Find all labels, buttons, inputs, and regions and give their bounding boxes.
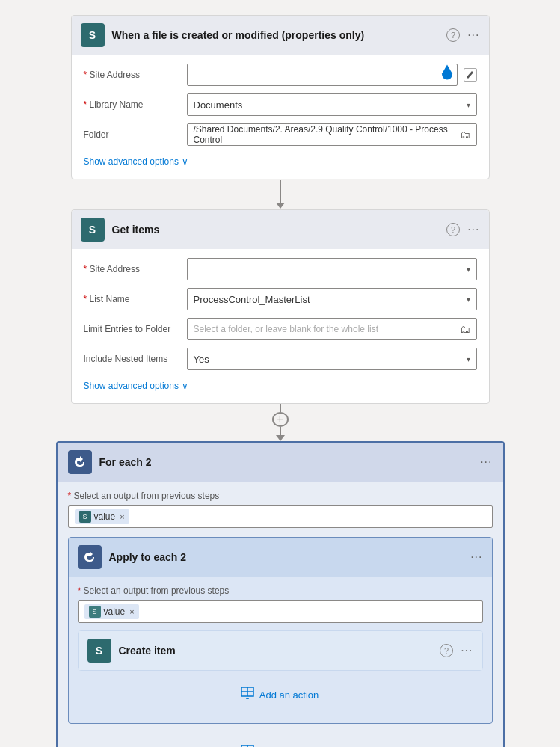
trigger-show-advanced[interactable]: Show advanced options ∨ — [84, 153, 477, 170]
trigger-more-icon[interactable]: ··· — [467, 28, 479, 42]
trigger-folder-row: Folder /Shared Documents/2. Areas/2.9 Qu… — [84, 123, 477, 146]
apply-each2-header: Apply to each 2 ··· — [69, 538, 492, 577]
connector-1-arrow — [276, 203, 285, 209]
foreach2-header: For each 2 ··· — [58, 443, 503, 482]
droplet-icon — [439, 64, 455, 84]
get-items-icon: S — [81, 218, 105, 242]
trigger-actions: ? ··· — [446, 28, 479, 42]
foreach2-more-icon[interactable]: ··· — [480, 455, 492, 469]
create-item-more-icon[interactable]: ··· — [461, 644, 473, 657]
create-item-header: S Create item ? ··· — [79, 631, 482, 670]
trigger-library-input[interactable]: Documents ▾ — [187, 93, 477, 116]
add-action-outer-button[interactable]: Add an action — [230, 739, 331, 747]
apply-each2-card: Apply to each 2 ··· Select an output fro… — [68, 537, 493, 724]
apply-each2-value-chip: S value × — [84, 604, 139, 619]
foreach2-actions: ··· — [480, 455, 492, 469]
add-action-inner-table-icon — [241, 687, 255, 699]
create-item-card: S Create item ? ··· — [78, 630, 483, 671]
trigger-help-icon[interactable]: ? — [446, 28, 460, 42]
connector-1-line — [280, 180, 281, 203]
apply-each2-actions: ··· — [470, 550, 482, 564]
apply-each2-title: Apply to each 2 — [109, 551, 464, 563]
get-items-list-dropdown-icon: ▾ — [467, 295, 470, 304]
create-item-help-icon[interactable]: ? — [440, 644, 453, 657]
get-items-site-row: Site Address ▾ — [84, 258, 477, 280]
trigger-site-address-label: Site Address — [84, 70, 181, 80]
connector-2-line-bottom — [280, 427, 281, 435]
edit-icon — [466, 70, 475, 79]
flow-canvas: S When a file is created or modified (pr… — [0, 0, 560, 747]
apply-each2-chip-container[interactable]: S value × — [78, 600, 483, 623]
trigger-body: Site Address Library Name Docum — [72, 55, 489, 179]
get-items-more-icon[interactable]: ··· — [467, 223, 479, 236]
get-items-title: Get items — [112, 224, 440, 236]
create-item-icon: S — [87, 639, 111, 663]
get-items-site-label: Site Address — [84, 264, 181, 274]
create-item-actions: ? ··· — [440, 644, 473, 657]
get-items-nested-label: Include Nested Items — [84, 354, 181, 364]
get-items-list-input[interactable]: ProcessControl_MasterList ▾ — [187, 288, 477, 310]
trigger-site-address-row: Site Address — [84, 64, 477, 86]
trigger-title: When a file is created or modified (prop… — [112, 29, 440, 41]
get-items-help-icon[interactable]: ? — [446, 223, 460, 236]
foreach2-icon — [68, 450, 92, 474]
apply-each2-loop-icon — [82, 550, 97, 565]
get-items-limit-input[interactable]: Select a folder, or leave blank for the … — [187, 318, 477, 340]
create-item-title: Create item — [119, 645, 433, 657]
trigger-folder-input[interactable]: /Shared Documents/2. Areas/2.9 Quality C… — [187, 123, 477, 146]
trigger-site-address-field[interactable] — [194, 70, 451, 81]
trigger-header: S When a file is created or modified (pr… — [72, 16, 489, 55]
foreach2-card: For each 2 ··· Select an output from pre… — [56, 441, 505, 747]
trigger-site-address-input[interactable] — [187, 64, 458, 86]
foreach2-select-label: Select an output from previous steps — [68, 491, 493, 501]
apply-each2-more-icon[interactable]: ··· — [470, 550, 482, 564]
trigger-site-address-edit-icon[interactable] — [464, 68, 477, 82]
get-items-nested-dropdown-icon: ▾ — [467, 355, 470, 363]
connector-2-arrow — [276, 435, 285, 441]
get-items-show-advanced-chevron-icon: ∨ — [182, 381, 188, 391]
connector-2: + — [272, 404, 289, 441]
add-action-inner-button[interactable]: Add an action — [230, 681, 331, 708]
get-items-list-row: List Name ProcessControl_MasterList ▾ — [84, 288, 477, 310]
foreach2-body: Select an output from previous steps S v… — [58, 482, 503, 747]
get-items-actions: ? ··· — [446, 223, 479, 236]
trigger-folder-label: Folder — [84, 129, 181, 140]
trigger-library-row: Library Name Documents ▾ — [84, 93, 477, 116]
trigger-folder-browse-icon[interactable]: 🗂 — [460, 129, 470, 141]
trigger-icon: S — [81, 23, 105, 47]
get-items-limit-label: Limit Entries to Folder — [84, 324, 181, 334]
get-items-nested-row: Include Nested Items Yes ▾ — [84, 348, 477, 370]
trigger-library-label: Library Name — [84, 99, 181, 110]
connector-2-line-top — [280, 404, 281, 412]
foreach2-value-chip: S value × — [75, 509, 129, 524]
apply-each2-chip-icon: S — [89, 606, 101, 618]
get-items-list-label: List Name — [84, 294, 181, 304]
apply-each2-chip-close[interactable]: × — [129, 607, 134, 616]
apply-each2-icon — [78, 545, 102, 569]
trigger-card: S When a file is created or modified (pr… — [71, 15, 490, 179]
get-items-site-input[interactable]: ▾ — [187, 258, 477, 280]
apply-each2-body: Select an output from previous steps S v… — [69, 577, 492, 723]
get-items-site-field[interactable] — [194, 264, 443, 275]
trigger-show-advanced-chevron-icon: ∨ — [182, 156, 188, 167]
foreach2-chip-close[interactable]: × — [120, 512, 124, 521]
get-items-nested-input[interactable]: Yes ▾ — [187, 348, 477, 370]
get-items-card: S Get items ? ··· Site Address ▾ List Na… — [71, 209, 490, 404]
foreach2-title: For each 2 — [99, 456, 473, 468]
get-items-header: S Get items ? ··· — [72, 210, 489, 249]
get-items-site-dropdown-icon: ▾ — [467, 265, 470, 274]
get-items-limit-browse-icon[interactable]: 🗂 — [460, 323, 470, 335]
foreach2-chip-icon: S — [79, 511, 91, 523]
apply-each2-select-label: Select an output from previous steps — [78, 585, 483, 596]
get-items-body: Site Address ▾ List Name ProcessControl_… — [72, 249, 489, 403]
connector-1 — [276, 179, 285, 209]
get-items-show-advanced[interactable]: Show advanced options ∨ — [84, 378, 477, 394]
trigger-library-dropdown-icon: ▾ — [467, 101, 470, 109]
connector-2-plus-button[interactable]: + — [272, 412, 289, 427]
get-items-limit-row: Limit Entries to Folder Select a folder,… — [84, 318, 477, 340]
foreach2-loop-icon — [73, 455, 87, 470]
add-action-inner-icon — [241, 687, 255, 702]
foreach2-chip-container[interactable]: S value × — [68, 505, 493, 528]
